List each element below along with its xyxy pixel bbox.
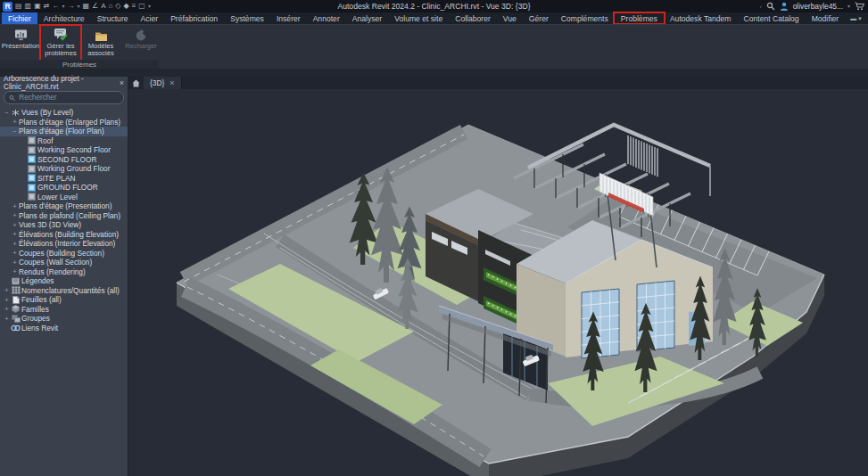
tree-item-roof[interactable]: Roof [0,136,128,146]
account-menu[interactable]: oliverbayle45... [793,2,843,11]
tree-item-vues-3d-3d-view[interactable]: +Vues 3D (3D View) [0,220,128,230]
tree-item-elevations-building-elevation[interactable]: +Élévations (Building Elevation) [0,230,128,240]
tab-analyser[interactable]: Analyser [346,12,388,24]
tree-item-nomenclatures-quantites-all[interactable]: +Nomenclatures/Quantités (all) [0,286,128,296]
tree-item-lower-level[interactable]: Lower Level [0,193,128,202]
new-file-icon[interactable]: ▤ [15,2,22,11]
tab-prefabrication[interactable]: Préfabrication [164,12,224,24]
home-view-icon[interactable]: ⌂ [109,2,113,11]
account-caret-icon[interactable]: ▾ [847,2,850,11]
tree-item-ground-floor[interactable]: GROUND FLOOR [0,183,128,193]
tree-item-site-plan[interactable]: SITE PLAN [0,174,128,184]
measure-icon[interactable]: ∠ [92,2,98,11]
tab-gerer[interactable]: Gérer [523,12,555,24]
cart-icon[interactable] [855,2,864,11]
tree-item-elevations-interior-elevation[interactable]: +Élévations (Interior Elevation) [0,239,128,249]
customize-qat-caret[interactable]: ▾ [148,2,151,11]
tab-fichier[interactable]: Fichier [2,12,37,24]
tab-collaborer[interactable]: Collaborer [449,12,497,24]
tab-content-catalog[interactable]: Content Catalog [738,12,806,24]
tab-annoter[interactable]: Annoter [307,12,346,24]
tree-item-vues-by-level[interactable]: −Vues (By Level) [0,108,128,118]
tab-modifier[interactable]: Modifier [806,12,846,24]
ribbon-button-recharger[interactable]: Recharger [122,26,160,60]
tree-item-feuilles-all[interactable]: +Feuilles (all) [0,295,128,305]
redo-menu-caret[interactable]: ▾ [77,2,79,11]
switch-windows-icon[interactable]: ▢ [138,2,145,11]
revit-logo[interactable]: R [3,2,12,12]
undo-icon[interactable]: ← [52,2,59,11]
tree-item-rendus-rendering[interactable]: +Rendus (Rendering) [0,267,128,277]
tree-item-groupes[interactable]: +Groupes [0,314,128,324]
tag-icon[interactable]: ◇ [115,2,120,11]
view-tab-3d[interactable]: {3D} × [144,77,182,89]
tree-expander-icon[interactable]: + [11,240,19,248]
tab-architecture[interactable]: Architecture [37,12,91,24]
tree-expander-icon[interactable]: + [3,286,11,294]
collapse-caret-icon[interactable]: ‹ [760,2,762,11]
tab-systemes[interactable]: Systèmes [224,12,270,24]
tree-item-working-second-floor[interactable]: Working Second Floor [0,145,128,155]
ribbon-bottom-strip [0,69,868,77]
tree-expander-icon[interactable]: + [11,230,19,238]
tree-expander-icon[interactable]: + [11,221,19,229]
tree-expander-icon[interactable]: + [3,315,11,323]
ribbon-button-gerer-les-problemes[interactable]: Gérer les problèmes [42,26,79,60]
tree-item-coupes-building-section[interactable]: +Coupes (Building Section) [0,249,128,259]
tree-item-label: Coupes (Wall Section) [19,258,92,267]
tab-vue[interactable]: Vue [497,12,523,24]
default-3d-view-icon[interactable]: ◆ [124,2,129,11]
tree-expander-icon[interactable]: + [3,305,11,313]
redo-icon[interactable]: → [67,2,74,11]
print-icon[interactable]: ▦ [82,2,89,11]
tree-expander-icon[interactable]: − [3,109,11,117]
tree-item-coupes-wall-section[interactable]: +Coupes (Wall Section) [0,258,128,267]
tree-item-plans-de-plafond-ceiling-plan[interactable]: +Plans de plafond (Ceiling Plan) [0,211,128,221]
save-icon[interactable]: ▣ [34,2,41,11]
ribbon-display-toggle[interactable]: ▬▾ [850,12,862,24]
tree-item-plans-d-etage-floor-plan[interactable]: −Plans d'étage (Floor Plan) [0,127,128,136]
search-input[interactable] [19,94,119,102]
close-icon[interactable]: × [120,78,124,87]
open-file-icon[interactable]: ▥ [25,2,32,11]
undo-menu-caret[interactable]: ▾ [62,2,64,11]
tree-expander-icon[interactable]: + [11,211,19,219]
tree-expander-icon[interactable]: + [11,202,19,210]
tab-inserer[interactable]: Insérer [270,12,307,24]
tree-expander-icon[interactable]: + [11,259,19,267]
sync-with-central-icon[interactable]: ⇄ [44,2,50,11]
tree-expander-icon[interactable]: − [11,127,19,135]
schedule-icon [11,286,21,294]
ribbon-button-modeles-associes[interactable]: Modèles associés [82,26,120,60]
ribbon-buttons: PrésentationGérer les problèmesModèles a… [2,26,160,60]
tree-expander-icon[interactable]: + [11,118,19,126]
tab-complements[interactable]: Compléments [555,12,615,24]
tree-item-liens-revit[interactable]: Liens Revit [0,324,128,333]
text-icon[interactable]: A [101,2,105,11]
tree-expander-icon[interactable]: + [3,296,11,304]
tab-problemes[interactable]: Problèmes [615,12,664,24]
tree-item-legendes[interactable]: Légendes [0,276,128,286]
tree-expander-icon[interactable]: + [11,267,19,275]
views-root-icon [11,109,21,117]
tab-autodesk-tandem[interactable]: Autodesk Tandem [664,12,738,24]
view-tab-close-icon[interactable]: × [169,78,174,87]
tree-item-label: SECOND FLOOR [37,155,96,164]
ribbon-button-presentation[interactable]: Présentation [2,26,39,60]
tab-volume-et-site[interactable]: Volume et site [388,12,449,24]
tab-acier[interactable]: Acier [135,12,165,24]
tree-item-familles[interactable]: +Familles [0,305,128,315]
tab-structure[interactable]: Structure [91,12,135,24]
browser-search[interactable] [4,91,124,104]
plan-blue-icon [27,184,37,192]
viewport-3d[interactable] [128,89,868,476]
tree-item-plans-d-etage-enlarged-plans[interactable]: +Plans d'étage (Enlarged Plans) [0,118,128,127]
tree-expander-icon[interactable]: + [11,249,19,257]
tree-item-working-ground-floor[interactable]: Working Ground Floor [0,164,128,174]
tree-item-second-floor[interactable]: SECOND FLOOR [0,155,128,165]
search-icon[interactable] [766,2,775,11]
user-avatar-icon[interactable] [780,2,789,11]
thin-lines-icon[interactable]: ≡ [132,2,136,11]
home-icon[interactable] [132,79,140,87]
tree-item-plans-d-etage-presentation[interactable]: +Plans d'étage (Presentation) [0,201,128,211]
